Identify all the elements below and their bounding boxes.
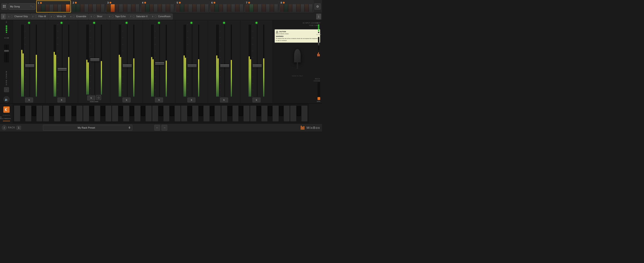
piano-black-key[interactable] xyxy=(297,106,301,116)
nav-back-button[interactable]: ← xyxy=(154,125,160,130)
plugin-slot-1[interactable]: 1 Channel Strip xyxy=(6,14,30,20)
piano-white-key[interactable] xyxy=(181,105,188,122)
solo-button-7[interactable]: S xyxy=(220,98,228,102)
piano-white-key[interactable] xyxy=(250,105,256,122)
preset-arrow-up[interactable] xyxy=(128,126,130,128)
grid-button[interactable] xyxy=(1,3,8,10)
piano-white-key[interactable] xyxy=(174,105,181,122)
piano-black-key[interactable] xyxy=(130,106,134,116)
song-selector[interactable]: My Song ⌃⌄ xyxy=(8,3,35,10)
piano-white-key[interactable] xyxy=(192,105,198,122)
piano-white-key[interactable] xyxy=(301,105,308,122)
rack-slot-1[interactable]: 1 xyxy=(36,0,71,12)
piano-black-key[interactable] xyxy=(268,106,272,116)
plugin-slot-2[interactable]: 2 Filter-M xyxy=(30,14,48,20)
piano-white-key[interactable] xyxy=(123,105,130,122)
piano-black-key[interactable] xyxy=(20,106,25,116)
plugin-slot-4[interactable]: 4 Ensemble xyxy=(68,14,88,20)
sidechain-power-button-3[interactable]: ⏻ xyxy=(96,95,101,100)
piano-black-key[interactable] xyxy=(60,106,65,116)
piano-black-key[interactable] xyxy=(199,106,203,116)
rack-slot-8[interactable]: 8 xyxy=(279,0,314,12)
fader-knob-2[interactable] xyxy=(58,68,67,71)
rack-slot-4[interactable]: 4 xyxy=(141,0,175,12)
sidechain-minus-button[interactable]: - xyxy=(4,87,9,92)
piano-white-key[interactable] xyxy=(65,105,72,122)
fader-knob-4[interactable] xyxy=(122,64,132,67)
fader-knob-5[interactable] xyxy=(155,62,164,65)
piano-white-key[interactable] xyxy=(290,105,296,122)
piano-black-key[interactable] xyxy=(141,106,145,116)
piano-white-key[interactable] xyxy=(232,105,239,122)
preset-selector[interactable]: My Rack Preset xyxy=(43,125,132,130)
piano-white-key[interactable] xyxy=(163,105,170,122)
solo-button-2[interactable]: S xyxy=(58,98,66,102)
solo-button-8[interactable]: S xyxy=(252,98,260,102)
piano-white-key[interactable] xyxy=(76,105,83,122)
preset-arrows[interactable] xyxy=(128,126,130,129)
piano-black-key[interactable] xyxy=(188,106,192,116)
piano-white-key[interactable] xyxy=(261,105,268,122)
speaker-button[interactable]: 🔈 xyxy=(3,96,10,102)
fader-knob-7[interactable] xyxy=(220,64,230,67)
plugin-slot-3[interactable]: 3 White 2A xyxy=(49,14,68,20)
piano-black-key[interactable] xyxy=(72,106,76,116)
piano-white-key[interactable] xyxy=(152,105,158,122)
fader-knob-3[interactable] xyxy=(90,58,100,61)
rack-slot-2[interactable]: 2 xyxy=(71,0,106,12)
piano-white-key[interactable] xyxy=(221,105,228,122)
piano-white-key[interactable] xyxy=(14,105,20,122)
rack-slot-3[interactable]: 3 xyxy=(106,0,140,12)
piano-white-key[interactable] xyxy=(203,105,210,122)
rack-slot-7[interactable]: 7 xyxy=(245,0,279,12)
piano-black-key[interactable] xyxy=(257,106,261,116)
out-fader-handle[interactable] xyxy=(318,42,319,46)
piano-black-key[interactable] xyxy=(170,106,174,116)
info-button[interactable]: i xyxy=(2,125,7,130)
piano-white-key[interactable] xyxy=(25,105,32,122)
piano-white-key[interactable] xyxy=(272,105,279,122)
piano-black-key[interactable] xyxy=(228,106,232,116)
preset-arrow-down[interactable] xyxy=(128,128,130,129)
piano-white-key[interactable] xyxy=(112,105,118,122)
rack-slot-6[interactable]: 6 xyxy=(210,0,244,12)
nav-forward-button[interactable]: → xyxy=(162,125,167,130)
piano-white-key[interactable] xyxy=(105,105,112,122)
rack-number[interactable]: 1 xyxy=(16,126,21,130)
piano-white-key[interactable] xyxy=(243,105,250,122)
solo-button-1[interactable]: S xyxy=(25,98,33,102)
fader-knob-8[interactable] xyxy=(252,64,262,67)
solo-button-6[interactable]: S xyxy=(188,98,196,102)
plugin-slot-6[interactable]: 6 Tape Echo xyxy=(107,14,128,20)
piano-black-key[interactable] xyxy=(100,106,105,116)
piano-white-key[interactable] xyxy=(284,105,290,122)
piano-black-key[interactable] xyxy=(239,106,243,116)
piano-black-key[interactable] xyxy=(279,106,283,116)
piano-black-key[interactable] xyxy=(50,106,54,116)
settings-button[interactable]: ⚙ xyxy=(314,3,321,10)
piano-black-key[interactable] xyxy=(158,106,163,116)
piano-white-key[interactable] xyxy=(83,105,90,122)
piano-black-key[interactable] xyxy=(90,106,94,116)
solo-button-3[interactable]: S xyxy=(87,96,95,100)
input-fader[interactable] xyxy=(4,44,9,62)
fader-handle[interactable] xyxy=(4,50,9,52)
solo-button-4[interactable]: S xyxy=(122,98,130,102)
piano-black-key[interactable] xyxy=(118,106,123,116)
piano-white-key[interactable] xyxy=(145,105,152,122)
piano-white-key[interactable] xyxy=(134,105,141,122)
plugin-slot-5[interactable]: 5 Slicer xyxy=(89,14,107,20)
fader-knob-6[interactable] xyxy=(188,64,197,67)
solo-button-5[interactable]: S xyxy=(155,98,163,102)
plugin-slot-8[interactable]: 8 ConvoRoom xyxy=(150,14,173,20)
piano-white-key[interactable] xyxy=(43,105,49,122)
piano-black-key[interactable] xyxy=(32,106,36,116)
fader-knob-1[interactable] xyxy=(25,64,34,67)
piano-black-key[interactable] xyxy=(210,106,214,116)
plugin-slot-7[interactable]: 7 Saturator-X xyxy=(128,14,150,20)
piano-white-key[interactable] xyxy=(94,105,100,122)
piano-white-key[interactable] xyxy=(54,105,60,122)
rack-slot-5[interactable]: 5 xyxy=(175,0,210,12)
piano-white-key[interactable] xyxy=(214,105,221,122)
piano-white-key[interactable] xyxy=(36,105,43,122)
